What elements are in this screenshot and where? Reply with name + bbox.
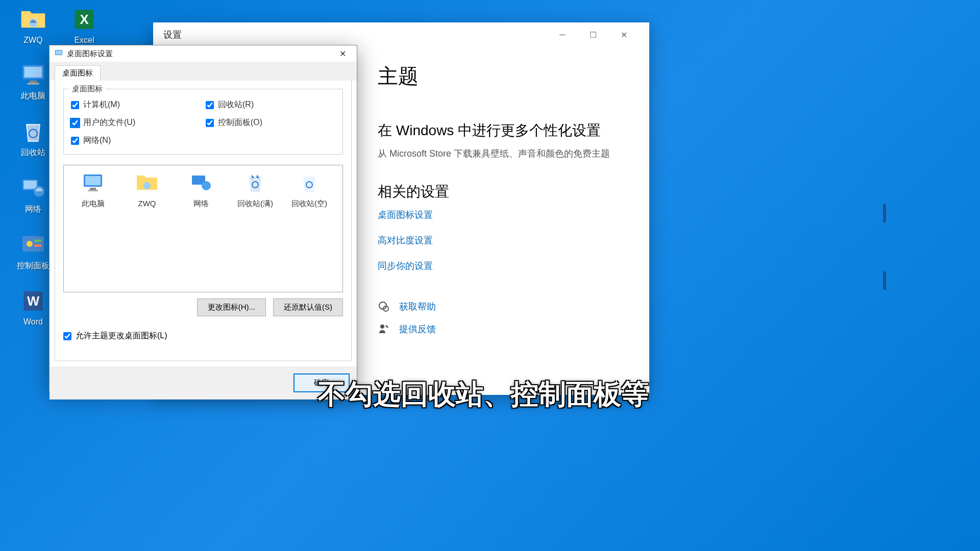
network-icon xyxy=(189,170,213,195)
more-personalization-heading: 在 Windows 中进行更多个性化设置 xyxy=(378,121,629,140)
edge-marker xyxy=(883,204,886,222)
desktop-icon-label: 此电脑 xyxy=(21,91,45,102)
svg-rect-12 xyxy=(34,244,41,247)
svg-rect-21 xyxy=(56,51,62,55)
folder-icon xyxy=(19,5,47,34)
recycle-icon xyxy=(19,117,47,145)
svg-text:W: W xyxy=(27,294,40,308)
excel-icon: X xyxy=(70,5,99,34)
maximize-button[interactable]: ☐ xyxy=(578,23,608,46)
edge-marker xyxy=(883,271,886,290)
recycle-empty-icon xyxy=(297,170,322,195)
desktop-icon-label: 控制面板 xyxy=(17,261,50,271)
link-desktop-icon-settings[interactable]: 桌面图标设置 xyxy=(378,209,629,221)
help-icon xyxy=(378,300,390,313)
restore-defaults-button[interactable]: 还原默认值(S) xyxy=(273,298,343,316)
svg-point-17 xyxy=(379,302,386,309)
close-button[interactable]: ✕ xyxy=(608,23,639,46)
page-title: 主题 xyxy=(378,62,629,90)
checkbox-controlpanel[interactable]: 控制面板(O) xyxy=(206,117,335,128)
checkbox-recyclebin-input[interactable] xyxy=(206,101,214,109)
checkbox-computer-input[interactable] xyxy=(71,101,79,109)
link-give-feedback[interactable]: 提供反馈 xyxy=(399,323,436,335)
link-get-help[interactable]: 获取帮助 xyxy=(399,300,436,313)
dialog-icon xyxy=(55,49,63,59)
svg-rect-3 xyxy=(30,81,37,83)
link-sync-settings[interactable]: 同步你的设置 xyxy=(378,260,629,272)
checkbox-computer[interactable]: 计算机(M) xyxy=(71,99,201,110)
checkbox-recyclebin[interactable]: 回收站(R) xyxy=(206,99,335,110)
preview-recycle-empty[interactable]: 回收站(空) xyxy=(285,170,333,209)
preview-thispc[interactable]: 此电脑 xyxy=(69,170,117,209)
recycle-full-icon xyxy=(243,170,267,195)
checkbox-userfiles[interactable]: 用户的文件(U) xyxy=(71,117,201,128)
video-caption: 不勾选回收站、控制面板等 xyxy=(318,376,649,413)
svg-point-19 xyxy=(380,324,384,329)
dialog-title-text: 桌面图标设置 xyxy=(67,49,113,59)
preview-network[interactable]: 网络 xyxy=(177,170,225,209)
more-personalization-text: 从 Microsoft Store 下载兼具壁纸、声音和颜色的免费主题 xyxy=(378,147,629,160)
checkbox-controlpanel-input[interactable] xyxy=(206,119,214,127)
dialog-titlebar: 桌面图标设置 ✕ xyxy=(50,45,357,62)
svg-rect-11 xyxy=(34,240,41,242)
link-high-contrast[interactable]: 高对比度设置 xyxy=(378,234,629,246)
desktop-icon-label: 网络 xyxy=(25,204,41,215)
checkbox-allow-themes-input[interactable] xyxy=(63,332,71,340)
folder-icon xyxy=(135,170,159,195)
desktop-icon-settings-dialog: 桌面图标设置 ✕ 桌面图标 桌面图标 计算机(M) 回收站(R) 用户的文件(U… xyxy=(49,45,357,392)
desktop-icon-excel[interactable]: X Excel xyxy=(61,5,107,45)
groupbox-title: 桌面图标 xyxy=(69,84,106,94)
svg-point-26 xyxy=(143,182,151,189)
pc-icon xyxy=(19,60,47,89)
svg-rect-23 xyxy=(85,176,101,185)
svg-rect-24 xyxy=(90,188,96,190)
pc-icon xyxy=(81,170,105,195)
svg-rect-9 xyxy=(22,236,44,252)
desktop-icons-group: 桌面图标 计算机(M) 回收站(R) 用户的文件(U) 控制面板(O) 网络(N… xyxy=(63,89,343,155)
svg-rect-7 xyxy=(23,181,37,189)
desktop-icon-label: 回收站 xyxy=(21,147,45,158)
settings-titlebar: 设置 ─ ☐ ✕ xyxy=(153,22,649,47)
svg-point-10 xyxy=(27,241,33,247)
svg-text:X: X xyxy=(80,12,88,27)
checkbox-userfiles-input[interactable] xyxy=(71,119,79,127)
svg-rect-25 xyxy=(88,190,98,191)
checkbox-network[interactable]: 网络(N) xyxy=(71,135,201,146)
preview-userfolder[interactable]: ZWQ xyxy=(123,170,171,208)
change-icon-button[interactable]: 更改图标(H)... xyxy=(197,298,266,316)
word-icon: W xyxy=(19,287,47,315)
desktop-icon-label: Word xyxy=(23,317,43,327)
desktop-icon-zwq[interactable]: ZWQ xyxy=(10,5,56,45)
desktop-icon-label: ZWQ xyxy=(23,36,42,45)
svg-point-28 xyxy=(202,181,211,190)
checkbox-network-input[interactable] xyxy=(71,137,79,145)
tab-desktop-icons[interactable]: 桌面图标 xyxy=(55,65,101,81)
settings-window-title: 设置 xyxy=(163,29,182,41)
checkbox-allow-themes[interactable]: 允许主题更改桌面图标(L) xyxy=(63,331,343,341)
desktop-icon-label: Excel xyxy=(74,36,94,45)
controlpanel-icon xyxy=(19,230,47,259)
related-heading: 相关的设置 xyxy=(378,182,629,202)
preview-recycle-full[interactable]: 回收站(满) xyxy=(231,170,279,209)
icon-preview-list: 此电脑 ZWQ 网络 回收站(满) 回收站(空) xyxy=(63,165,343,292)
feedback-icon xyxy=(378,323,390,335)
minimize-button[interactable]: ─ xyxy=(547,23,578,46)
network-icon xyxy=(19,173,47,202)
svg-rect-4 xyxy=(27,83,39,85)
dialog-close-button[interactable]: ✕ xyxy=(332,46,353,61)
svg-rect-2 xyxy=(24,67,42,78)
